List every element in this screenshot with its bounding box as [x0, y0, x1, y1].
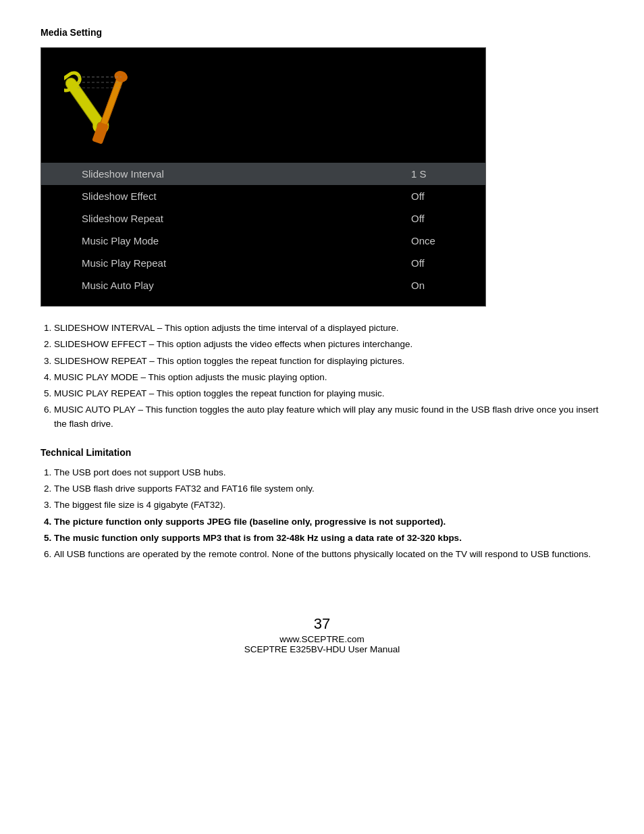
list-item-2: SLIDESHOW EFFECT – This option adjusts t… [54, 338, 603, 351]
menu-label-music-play-mode: Music Play Mode [82, 235, 411, 246]
footer-line1: www.SCEPTRE.com [279, 634, 364, 644]
svg-rect-4 [99, 76, 124, 130]
tech-list-item-4: The picture function only supports JPEG … [54, 515, 603, 529]
tech-numbered-list: The USB port does not support USB hubs. … [54, 466, 603, 562]
menu-value-slideshow-interval: 1 S [411, 168, 465, 180]
section-title: Media Setting [41, 27, 603, 38]
menu-value-music-play-repeat: Off [411, 257, 465, 269]
menu-container: Slideshow Interval 1 S Slideshow Effect … [41, 163, 485, 296]
menu-value-music-auto-play: On [411, 280, 465, 291]
list-item-3: SLIDESHOW REPEAT – This option toggles t… [54, 355, 603, 368]
tech-limitation-title: Technical Limitation [41, 447, 603, 458]
menu-label-slideshow-effect: Slideshow Effect [82, 190, 411, 202]
tech-list-item-3: The biggest file size is 4 gigabyte (FAT… [54, 498, 603, 512]
menu-label-music-auto-play: Music Auto Play [82, 280, 411, 291]
tools-icon [64, 65, 132, 159]
page-number: 37 [41, 615, 603, 633]
tech-list-item-5: The music function only supports MP3 tha… [54, 531, 603, 545]
list-item-1: SLIDESHOW INTERVAL – This option adjusts… [54, 321, 603, 335]
menu-value-music-play-mode: Once [411, 235, 465, 246]
menu-row-music-auto-play[interactable]: Music Auto Play On [41, 274, 485, 296]
tech-list-item-1: The USB port does not support USB hubs. [54, 466, 603, 479]
menu-label-slideshow-repeat: Slideshow Repeat [82, 213, 411, 224]
footer: 37 www.SCEPTRE.com SCEPTRE E325BV-HDU Us… [41, 615, 603, 654]
menu-row-slideshow-interval[interactable]: Slideshow Interval 1 S [41, 163, 485, 185]
menu-row-music-play-repeat[interactable]: Music Play Repeat Off [41, 252, 485, 274]
list-item-6: MUSIC AUTO PLAY – This function toggles … [54, 403, 603, 431]
tools-icon-container [57, 58, 132, 159]
menu-value-slideshow-repeat: Off [411, 213, 465, 224]
main-numbered-list: SLIDESHOW INTERVAL – This option adjusts… [54, 321, 603, 431]
tech-list-item-6: All USB functions are operated by the re… [54, 548, 603, 561]
menu-row-music-play-mode[interactable]: Music Play Mode Once [41, 230, 485, 252]
menu-row-slideshow-effect[interactable]: Slideshow Effect Off [41, 185, 485, 207]
menu-label-music-play-repeat: Music Play Repeat [82, 257, 411, 269]
list-item-5: MUSIC PLAY REPEAT – This option toggles … [54, 387, 603, 400]
icon-area [41, 48, 485, 163]
menu-row-slideshow-repeat[interactable]: Slideshow Repeat Off [41, 207, 485, 230]
tech-list-item-2: The USB flash drive supports FAT32 and F… [54, 482, 603, 496]
footer-line2: SCEPTRE E325BV-HDU User Manual [244, 644, 400, 654]
screenshot-box: Slideshow Interval 1 S Slideshow Effect … [41, 47, 486, 307]
menu-value-slideshow-effect: Off [411, 190, 465, 202]
menu-label-slideshow-interval: Slideshow Interval [82, 168, 411, 180]
list-item-4: MUSIC PLAY MODE – This option adjusts th… [54, 371, 603, 384]
